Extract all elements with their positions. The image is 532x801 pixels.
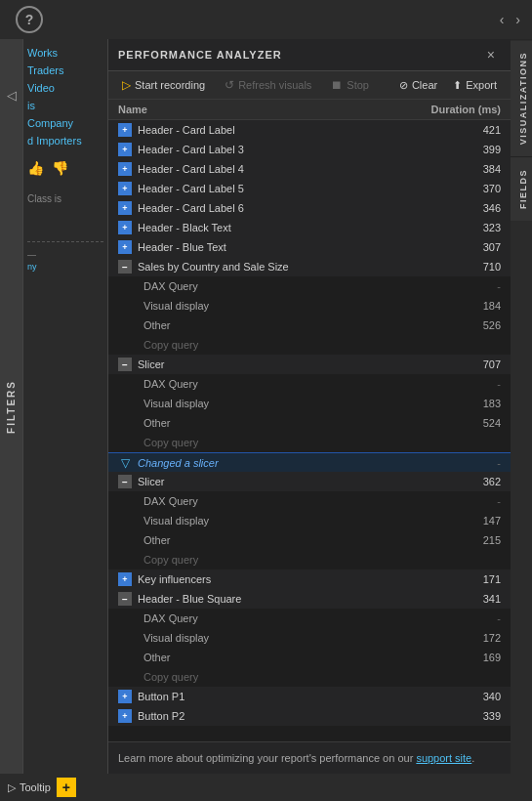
child-item-name: Other — [138, 534, 462, 546]
child-item-duration: 215 — [462, 534, 501, 546]
item-duration: 399 — [462, 144, 501, 155]
stop-button[interactable]: ⏹ Stop — [325, 75, 375, 95]
item-name: Header - Blue Text — [138, 241, 462, 253]
expand-icon: + — [118, 162, 132, 176]
tab-visualizations[interactable]: VISUALIZATIONS — [511, 39, 532, 156]
tooltip-bar: ▷ Tooltip + — [0, 774, 532, 801]
thumbs-row: 👍 👎 — [27, 160, 103, 176]
item-duration: 707 — [462, 358, 501, 370]
thumbs-up-icon[interactable]: 👍 — [27, 160, 44, 176]
support-site-link[interactable]: support site — [416, 752, 471, 764]
hint-dash: — — [27, 250, 103, 260]
item-name: Slicer — [138, 476, 462, 487]
export-button[interactable]: ⬆ Export — [447, 76, 503, 95]
list-item-child: DAX Query - — [108, 276, 511, 296]
bottom-info-bar: Learn more about optimizing your report'… — [108, 741, 511, 775]
sidebar-link-importers[interactable]: d Importers — [27, 135, 103, 147]
class-is-label: Class is — [27, 193, 103, 204]
collapse-icon: − — [118, 260, 132, 274]
sidebar-link-traders[interactable]: Traders — [27, 64, 103, 76]
child-item-name: Visual display — [138, 515, 462, 527]
sidebar-link-works[interactable]: Works — [27, 47, 103, 59]
child-item-name: Other — [138, 652, 462, 663]
item-name: Sales by Country and Sale Size — [138, 261, 462, 273]
list-item-child: Visual display 184 — [108, 296, 511, 316]
expand-icon: + — [118, 709, 132, 723]
expand-icon: + — [118, 143, 132, 156]
item-duration: 340 — [462, 691, 501, 702]
item-name: Button P1 — [138, 691, 462, 702]
stop-label: Stop — [347, 79, 369, 91]
list-item[interactable]: + Button P1 340 — [108, 687, 511, 706]
duration-col-header: Duration (ms) — [431, 104, 502, 115]
copy-query-item[interactable]: Copy query — [108, 667, 511, 687]
refresh-visuals-button[interactable]: ↺ Refresh visuals — [219, 75, 317, 95]
list-item[interactable]: + Key influencers 171 — [108, 569, 511, 589]
item-name: Button P2 — [138, 710, 462, 722]
list-item[interactable]: − Slicer 362 — [108, 472, 511, 491]
help-icon[interactable]: ? — [16, 6, 43, 33]
copy-query-item[interactable]: Copy query — [108, 550, 511, 569]
expand-icon: + — [118, 221, 132, 234]
child-item-name: DAX Query — [138, 612, 462, 624]
copy-query-item[interactable]: Copy query — [108, 433, 511, 452]
child-item-duration: 526 — [462, 319, 501, 331]
hint-ny: ny — [27, 262, 103, 272]
changed-slicer-duration: - — [462, 457, 501, 469]
list-item[interactable]: + Button P2 339 — [108, 706, 511, 726]
list-item[interactable]: − Slicer 707 — [108, 355, 511, 374]
list-item-child: Visual display 147 — [108, 511, 511, 530]
list-item[interactable]: − Header - Blue Square 341 — [108, 589, 511, 609]
start-recording-button[interactable]: ▷ Start recording — [116, 75, 211, 95]
expand-icon: + — [118, 201, 132, 215]
list-item-child: DAX Query - — [108, 491, 511, 511]
performance-list[interactable]: + Header - Card Label 421 + Header - Car… — [108, 120, 511, 741]
item-duration: 421 — [462, 124, 501, 136]
clear-label: Clear — [412, 79, 437, 91]
close-button[interactable]: × — [481, 45, 501, 64]
item-name: Header - Card Label 6 — [138, 202, 462, 214]
changed-slicer-label: Changed a slicer — [138, 457, 462, 469]
sidebar-link-is[interactable]: is — [27, 100, 103, 111]
list-item[interactable]: + Header - Black Text 323 — [108, 218, 511, 237]
child-item-duration: 184 — [462, 300, 501, 312]
filters-arrow-icon: ◁ — [7, 88, 17, 103]
list-item[interactable]: + Header - Card Label 3 399 — [108, 140, 511, 159]
list-item-child: DAX Query - — [108, 374, 511, 394]
tab-fields[interactable]: FIELDS — [511, 156, 532, 221]
toolbar-actions: ⊘ Clear ⬆ Export — [393, 76, 503, 95]
add-page-button[interactable]: + — [57, 778, 76, 797]
nav-fwd-arrow[interactable]: › — [512, 10, 524, 29]
tooltip-button[interactable]: ▷ Tooltip — [8, 781, 51, 794]
expand-icon: + — [118, 690, 132, 703]
thumbs-down-icon[interactable]: 👎 — [52, 160, 68, 176]
list-item[interactable]: + Header - Card Label 4 384 — [108, 159, 511, 179]
nav-back-arrow[interactable]: ‹ — [496, 10, 509, 29]
expand-icon: + — [118, 182, 132, 195]
child-item-name: Other — [138, 417, 462, 429]
list-item[interactable]: + Header - Card Label 6 346 — [108, 198, 511, 218]
copy-query-item[interactable]: Copy query — [108, 335, 511, 355]
filters-panel[interactable]: ◁ FILTERS — [0, 39, 23, 774]
child-item-name: DAX Query — [138, 378, 462, 390]
child-item-duration: 183 — [462, 398, 501, 409]
sidebar-link-company[interactable]: Company — [27, 117, 103, 129]
item-duration: 362 — [462, 476, 501, 487]
list-item-child: Visual display 183 — [108, 394, 511, 413]
clear-button[interactable]: ⊘ Clear — [393, 76, 443, 95]
export-label: Export — [466, 79, 497, 91]
child-item-duration: 147 — [462, 515, 501, 527]
expand-icon: + — [118, 240, 132, 254]
item-name: Header - Blue Square — [138, 593, 462, 605]
list-item-child: Other 169 — [108, 648, 511, 667]
list-item[interactable]: + Header - Card Label 421 — [108, 120, 511, 140]
sidebar-link-video[interactable]: Video — [27, 82, 103, 94]
list-item[interactable]: + Header - Blue Text 307 — [108, 237, 511, 257]
list-item[interactable]: − Sales by Country and Sale Size 710 — [108, 257, 511, 276]
filters-label: FILTERS — [6, 380, 17, 434]
collapse-icon: − — [118, 475, 132, 488]
list-item[interactable]: + Header - Card Label 5 370 — [108, 179, 511, 198]
clear-icon: ⊘ — [399, 79, 408, 92]
child-item-duration: - — [462, 495, 501, 507]
item-duration: 307 — [462, 241, 501, 253]
